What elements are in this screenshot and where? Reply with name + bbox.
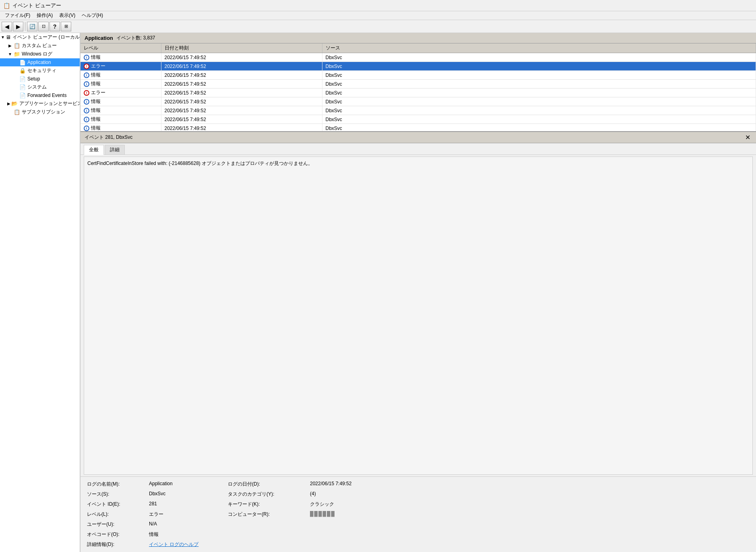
- toolbar-help-button[interactable]: ?: [50, 22, 60, 31]
- meta-opcode-label: オペコード(O):: [87, 530, 147, 539]
- sidebar-label-subscriptions: サブスクリプション: [22, 109, 65, 115]
- toolbar-separator-1: [25, 22, 25, 31]
- meta-event-id-label: イベント ID(E):: [87, 500, 147, 509]
- menu-action[interactable]: 操作(A): [33, 11, 56, 20]
- table-row[interactable]: i 情報2022/06/15 7:49:52DbxSvc: [81, 80, 756, 89]
- meta-log-date-label: ログの日付(D):: [228, 480, 308, 488]
- sidebar-item-system[interactable]: ▶ 📄 システム: [0, 83, 80, 91]
- right-panel: Application イベント数: 3,837 レベル 日付と時刻 ソース i…: [81, 33, 756, 552]
- sidebar-item-windows-log[interactable]: ▼ 📁 Windows ログ: [0, 50, 80, 58]
- sidebar-item-application[interactable]: ▶ 📄 Application: [0, 58, 80, 66]
- meta-user-label: ユーザー(U):: [87, 520, 147, 529]
- main-layout: ▼ 🖥 イベント ビューアー (ローカル) ▶ 📋 カスタム ビュー ▼ 📁 W…: [0, 33, 756, 552]
- meta-more-info-label: 詳細情報(D):: [87, 540, 147, 549]
- table-header-row: レベル 日付と時刻 ソース: [81, 43, 756, 53]
- event-table-body: i 情報2022/06/15 7:49:52DbxSvc! エラー2022/06…: [81, 53, 756, 132]
- cell-datetime: 2022/06/15 7:49:52: [161, 106, 322, 115]
- title-bar: 📋 イベント ビューアー: [0, 0, 756, 11]
- table-row[interactable]: ! エラー2022/06/15 7:49:52DbxSvc: [81, 89, 756, 97]
- cell-level: ! エラー: [81, 89, 161, 97]
- menu-help[interactable]: ヘルプ(H): [78, 11, 106, 20]
- sidebar-item-forwarded-events[interactable]: ▶ 📄 Forwarded Events: [0, 91, 80, 99]
- subscriptions-icon: 📋: [14, 109, 20, 115]
- table-row[interactable]: i 情報2022/06/15 7:49:52DbxSvc: [81, 106, 756, 115]
- table-row[interactable]: ! エラー2022/06/15 7:49:52DbxSvc: [81, 62, 756, 71]
- detail-tabs: 全般 詳細: [81, 143, 756, 155]
- col-source[interactable]: ソース: [322, 43, 756, 53]
- detail-close-button[interactable]: ✕: [744, 134, 752, 141]
- system-icon: 📄: [19, 84, 26, 91]
- menu-bar: ファイル(F) 操作(A) 表示(V) ヘルプ(H): [0, 11, 756, 20]
- cell-level: i 情報: [81, 115, 161, 124]
- col-level[interactable]: レベル: [81, 43, 161, 53]
- meta-computer-value: ██████: [308, 510, 750, 519]
- sidebar-label-forwarded-events: Forwarded Events: [27, 93, 66, 98]
- event-table-container[interactable]: レベル 日付と時刻 ソース i 情報2022/06/15 7:49:52DbxS…: [81, 43, 756, 132]
- meta-source-value: DbxSvc: [147, 490, 228, 498]
- sidebar-item-app-services-log[interactable]: ▶ 📂 アプリケーションとサービス ログ: [0, 99, 80, 108]
- event-list-title: Application: [85, 35, 113, 41]
- table-row[interactable]: i 情報2022/06/15 7:49:52DbxSvc: [81, 124, 756, 132]
- meta-task-category-label: タスクのカテゴリ(Y):: [228, 490, 308, 498]
- left-panel: ▼ 🖥 イベント ビューアー (ローカル) ▶ 📋 カスタム ビュー ▼ 📁 W…: [0, 33, 81, 552]
- custom-view-icon: 📋: [14, 43, 20, 49]
- setup-icon: 📄: [19, 76, 26, 82]
- cell-source: DbxSvc: [322, 62, 756, 71]
- toolbar-monitor-button[interactable]: ⊞: [61, 22, 71, 31]
- meta-event-id-value: 281: [147, 500, 228, 509]
- detail-panel: イベント 281, DbxSvc ✕ 全般 詳細 CertFindCertifi…: [81, 132, 756, 552]
- expander-custom[interactable]: ▶: [7, 43, 13, 49]
- meta-keyword-value: クラシック: [308, 500, 750, 509]
- table-row[interactable]: i 情報2022/06/15 7:49:52DbxSvc: [81, 115, 756, 124]
- toolbar-refresh-button[interactable]: 🔄: [27, 22, 37, 31]
- menu-file[interactable]: ファイル(F): [2, 11, 33, 20]
- cell-source: DbxSvc: [322, 124, 756, 132]
- meta-source-label: ソース(S):: [87, 490, 147, 498]
- table-row[interactable]: i 情報2022/06/15 7:49:52DbxSvc: [81, 71, 756, 80]
- table-row[interactable]: i 情報2022/06/15 7:49:52DbxSvc: [81, 97, 756, 106]
- sidebar-label-security: セキュリティ: [27, 67, 56, 74]
- cell-level: i 情報: [81, 97, 161, 106]
- menu-view[interactable]: 表示(V): [56, 11, 78, 20]
- sidebar-item-subscriptions[interactable]: ▶ 📋 サブスクリプション: [0, 108, 80, 116]
- table-row[interactable]: i 情報2022/06/15 7:49:52DbxSvc: [81, 53, 756, 62]
- sidebar-item-custom-view[interactable]: ▶ 📋 カスタム ビュー: [0, 41, 80, 50]
- tab-detail[interactable]: 詳細: [105, 145, 125, 154]
- col-datetime[interactable]: 日付と時刻: [161, 43, 322, 53]
- toolbar-box-button[interactable]: ⊡: [38, 22, 49, 31]
- sidebar-label-custom-view: カスタム ビュー: [22, 42, 57, 49]
- toolbar-forward-button[interactable]: ▶: [13, 22, 23, 31]
- sidebar-item-setup[interactable]: ▶ 📄 Setup: [0, 75, 80, 83]
- cell-source: DbxSvc: [322, 80, 756, 89]
- event-table: レベル 日付と時刻 ソース i 情報2022/06/15 7:49:52DbxS…: [81, 43, 756, 132]
- meta-log-name-value: Application: [147, 480, 228, 488]
- expander-root[interactable]: ▼: [1, 35, 5, 40]
- meta-level-value: エラー: [147, 510, 228, 519]
- app-icon: 📋: [3, 2, 10, 9]
- cell-level: i 情報: [81, 80, 161, 89]
- meta-task-category-value: (4): [308, 490, 750, 498]
- expander-app-services[interactable]: ▶: [7, 101, 10, 107]
- cell-source: DbxSvc: [322, 71, 756, 80]
- cell-datetime: 2022/06/15 7:49:52: [161, 115, 322, 124]
- windows-log-icon: 📁: [14, 51, 20, 58]
- cell-datetime: 2022/06/15 7:49:52: [161, 97, 322, 106]
- sidebar-label-windows-log: Windows ログ: [22, 51, 52, 58]
- sidebar-item-security[interactable]: ▶ 🔒 セキュリティ: [0, 66, 80, 75]
- cell-datetime: 2022/06/15 7:49:52: [161, 53, 322, 62]
- meta-keyword-label: キーワード(K):: [228, 500, 308, 509]
- expander-windows-log[interactable]: ▼: [7, 51, 13, 57]
- detail-header: イベント 281, DbxSvc ✕: [81, 132, 756, 143]
- toolbar: ◀ ▶ 🔄 ⊡ ? ⊞: [0, 20, 756, 33]
- cell-level: i 情報: [81, 53, 161, 62]
- app-services-icon: 📂: [11, 101, 18, 107]
- tab-general[interactable]: 全般: [84, 145, 104, 155]
- meta-more-info-link[interactable]: イベント ログのヘルプ: [147, 540, 228, 549]
- meta-log-name-label: ログの名前(M):: [87, 480, 147, 488]
- title-bar-text: イベント ビューアー: [12, 2, 61, 9]
- sidebar-item-root[interactable]: ▼ 🖥 イベント ビューアー (ローカル): [0, 33, 80, 41]
- sidebar-label-setup: Setup: [27, 76, 40, 82]
- toolbar-back-button[interactable]: ◀: [2, 22, 12, 31]
- meta-user-value: N/A: [147, 520, 228, 529]
- sidebar-label-app-services: アプリケーションとサービス ログ: [19, 100, 81, 107]
